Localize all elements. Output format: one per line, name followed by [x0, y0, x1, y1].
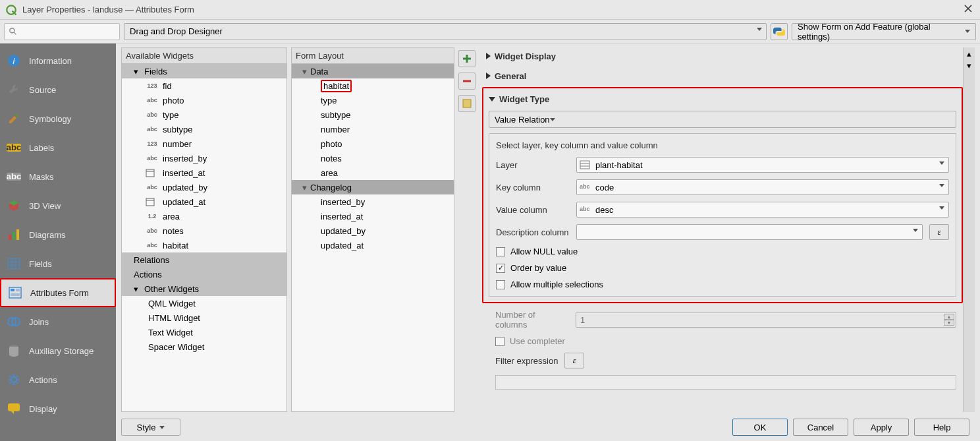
titlebar: Layer Properties - landuse — Attributes …: [0, 0, 980, 20]
ok-button[interactable]: OK: [732, 419, 788, 436]
form-layout-header: Form Layout: [292, 48, 454, 63]
widget-display-section[interactable]: Widget Display: [482, 47, 963, 65]
cube-icon: [7, 198, 21, 213]
show-form-label: Show Form on Add Feature (global setting…: [798, 22, 965, 42]
sidebar-item-source[interactable]: Source: [0, 75, 116, 104]
svg-rect-10: [16, 229, 19, 240]
chevron-down-icon: [913, 229, 918, 232]
chevron-down-icon: [550, 118, 555, 121]
sidebar-item-actions[interactable]: Actions: [0, 365, 116, 394]
svg-rect-19: [11, 293, 20, 296]
number-of-columns-spin[interactable]: 1 ▲▼: [576, 312, 956, 328]
layout-item[interactable]: subtype: [292, 107, 454, 122]
sidebar-item-joins[interactable]: Joins: [0, 307, 116, 336]
layer-combo[interactable]: plant-habitat: [576, 157, 949, 173]
collapse-icon[interactable]: ▾: [298, 183, 310, 192]
remove-button[interactable]: [458, 73, 476, 90]
layout-item[interactable]: area: [292, 165, 454, 180]
collapse-icon[interactable]: ▾: [134, 284, 144, 294]
layout-item[interactable]: updated_by: [292, 223, 454, 238]
layout-item[interactable]: notes: [292, 151, 454, 165]
add-tab-button[interactable]: [458, 50, 476, 67]
show-form-combo[interactable]: Show Form on Add Feature (global setting…: [792, 23, 976, 40]
group-fields[interactable]: ▾Fields: [122, 64, 286, 78]
sidebar-item-symbology[interactable]: Symbology: [0, 104, 116, 133]
content-area: Available Widgets ▾Fields 123fid abcphot…: [116, 44, 980, 441]
category-sidebar: i Information Source Symbology abc Label…: [0, 44, 116, 441]
layout-item[interactable]: updated_at: [292, 238, 454, 252]
vertical-scrollbar[interactable]: ▴ ▾: [963, 47, 975, 412]
chevron-down-icon: [939, 184, 944, 187]
layout-item[interactable]: inserted_at: [292, 209, 454, 223]
chevron-down-icon: [757, 28, 762, 31]
widget-type-combo[interactable]: Value Relation: [489, 111, 956, 128]
svg-rect-18: [16, 289, 20, 291]
layout-item[interactable]: inserted_by: [292, 194, 454, 209]
field-item: updated_at: [122, 194, 286, 209]
scroll-down-icon[interactable]: ▾: [964, 59, 975, 71]
sidebar-item-attributes-form[interactable]: Attributes Form: [0, 278, 116, 307]
expression-button[interactable]: ε: [929, 224, 949, 240]
close-icon[interactable]: [964, 5, 975, 15]
designer-mode-combo[interactable]: Drag and Drop Designer: [124, 23, 767, 40]
field-item: abchabitat: [122, 238, 286, 252]
table-icon: [7, 256, 21, 271]
sidebar-item-display[interactable]: Display: [0, 394, 116, 423]
layout-item[interactable]: photo: [292, 136, 454, 151]
available-widgets-panel: Available Widgets ▾Fields 123fid abcphot…: [121, 47, 287, 412]
layout-group-data[interactable]: ▾Data: [292, 64, 454, 78]
text-icon: abc: [146, 126, 159, 132]
expression-button[interactable]: ε: [564, 353, 584, 368]
general-section[interactable]: General: [482, 67, 963, 84]
layout-item-habitat[interactable]: habitat: [292, 78, 454, 93]
available-widgets-tree[interactable]: ▾Fields 123fid abcphoto abctype abcsubty…: [122, 63, 286, 411]
layout-item[interactable]: type: [292, 93, 454, 107]
group-relations[interactable]: Relations: [122, 252, 286, 267]
sidebar-item-diagrams[interactable]: Diagrams: [0, 220, 116, 249]
use-completer-checkbox[interactable]: Use completer: [495, 336, 956, 346]
cancel-button[interactable]: Cancel: [793, 419, 848, 436]
invert-selection-button[interactable]: [458, 95, 476, 112]
svg-text:abc: abc: [7, 142, 21, 152]
collapse-icon[interactable]: ▾: [298, 67, 310, 76]
widget-type-header[interactable]: Widget Type: [489, 92, 956, 105]
form-layout-tree[interactable]: ▾Data habitat type subtype number photo …: [292, 63, 454, 411]
apply-button[interactable]: Apply: [854, 419, 909, 436]
svg-point-23: [11, 377, 16, 382]
scroll-up-icon[interactable]: ▴: [964, 47, 975, 59]
form-layout-panel: Form Layout ▾Data habitat type subtype n…: [291, 47, 454, 412]
label-icon: abc: [7, 140, 21, 155]
sidebar-item-information[interactable]: i Information: [0, 46, 116, 75]
sidebar-item-labels[interactable]: abc Labels: [0, 133, 116, 162]
group-actions[interactable]: Actions: [122, 267, 286, 281]
value-column-combo[interactable]: abc desc: [576, 202, 949, 218]
text-icon: abc: [146, 184, 159, 191]
layout-item[interactable]: number: [292, 122, 454, 136]
field-item: 123fid: [122, 78, 286, 93]
help-button[interactable]: Help: [914, 419, 969, 436]
python-button[interactable]: [771, 23, 788, 40]
collapse-icon[interactable]: ▾: [134, 67, 144, 76]
sidebar-item-auxiliary-storage[interactable]: Auxiliary Storage: [0, 336, 116, 365]
search-input[interactable]: [4, 23, 120, 40]
svg-rect-27: [146, 198, 154, 206]
allow-multiple-checkbox[interactable]: Allow multiple selections: [496, 279, 949, 289]
spin-up-icon[interactable]: ▲: [944, 314, 954, 320]
collapse-icon: [489, 97, 495, 102]
spin-down-icon[interactable]: ▼: [944, 320, 954, 326]
group-other[interactable]: ▾Other Widgets: [122, 281, 286, 296]
sidebar-item-fields[interactable]: Fields: [0, 249, 116, 278]
description-column-combo[interactable]: [576, 224, 923, 240]
text-icon: abc: [146, 155, 159, 162]
other-widget-item: QML Widget: [122, 296, 286, 310]
svg-text:abc: abc: [7, 171, 21, 181]
sidebar-item-3dview[interactable]: 3D View: [0, 191, 116, 220]
layout-group-changelog[interactable]: ▾Changelog: [292, 180, 454, 194]
order-by-value-checkbox[interactable]: Order by value: [496, 263, 949, 273]
allow-null-checkbox[interactable]: Allow NULL value: [496, 247, 949, 256]
key-column-combo[interactable]: abc code: [576, 179, 949, 195]
int-icon: 123: [146, 140, 159, 147]
style-menu-button[interactable]: Style: [121, 419, 180, 436]
sidebar-item-masks[interactable]: abc Masks: [0, 162, 116, 191]
datetime-icon: [146, 197, 159, 206]
